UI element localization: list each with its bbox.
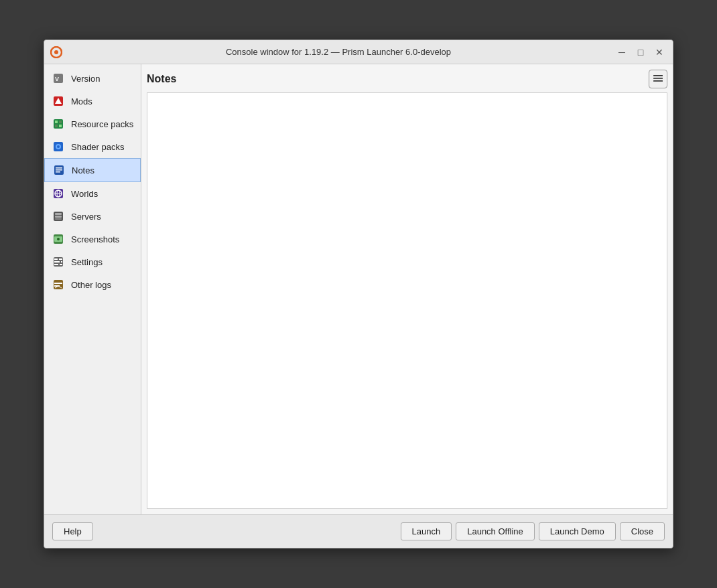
window-controls: ─ □ ✕ [614, 46, 667, 59]
svg-rect-34 [61, 261, 62, 263]
settings-icon [51, 254, 66, 269]
mods-icon [51, 94, 66, 108]
footer: Help Launch Launch Offline Launch Demo C… [44, 514, 673, 548]
svg-text:V: V [55, 76, 59, 82]
sidebar-label-servers: Servers [71, 212, 101, 222]
launch-button[interactable]: Launch [401, 522, 452, 540]
sidebar-item-other-logs[interactable]: Other logs [44, 273, 141, 296]
sidebar: VVersionModsResource packsShader packsNo… [44, 64, 141, 514]
window-title: Console window for 1.19.2 — Prism Launch… [63, 47, 614, 57]
svg-rect-15 [56, 167, 62, 169]
sidebar-item-screenshots[interactable]: Screenshots [44, 228, 141, 250]
sidebar-label-other-logs: Other logs [71, 280, 111, 290]
sidebar-item-version[interactable]: VVersion [44, 67, 141, 90]
svg-rect-10 [59, 125, 62, 127]
sidebar-label-resource-packs: Resource packs [71, 119, 133, 129]
worlds-icon [51, 186, 66, 201]
edit-icon [653, 74, 663, 85]
edit-notes-button[interactable] [649, 70, 667, 88]
sidebar-item-notes[interactable]: Notes [44, 158, 141, 182]
close-button[interactable]: Close [620, 522, 665, 540]
svg-rect-32 [54, 264, 58, 265]
svg-rect-16 [56, 169, 62, 171]
titlebar: Console window for 1.19.2 — Prism Launch… [44, 40, 673, 64]
svg-rect-40 [653, 78, 663, 79]
svg-rect-9 [55, 125, 58, 127]
sidebar-label-settings: Settings [71, 257, 103, 267]
servers-icon [51, 209, 66, 224]
main-content: VVersionModsResource packsShader packsNo… [44, 64, 673, 514]
svg-rect-24 [55, 216, 62, 218]
launch-offline-button[interactable]: Launch Offline [456, 522, 535, 540]
svg-point-1 [54, 50, 58, 54]
svg-rect-33 [59, 259, 62, 260]
notes-textarea[interactable] [147, 93, 667, 508]
svg-rect-25 [55, 218, 62, 220]
footer-right: Launch Launch Offline Launch Demo Close [401, 522, 665, 540]
notes-icon [52, 163, 66, 177]
shader-packs-icon [51, 139, 66, 154]
sidebar-item-resource-packs[interactable]: Resource packs [44, 113, 141, 135]
resource-packs-icon [51, 117, 66, 131]
sidebar-item-shader-packs[interactable]: Shader packs [44, 135, 141, 158]
screenshots-icon [51, 232, 66, 246]
maximize-button[interactable]: □ [633, 46, 649, 59]
sidebar-item-worlds[interactable]: Worlds [44, 182, 141, 205]
svg-rect-39 [653, 75, 663, 76]
panel-title: Notes [147, 73, 176, 85]
svg-rect-8 [59, 121, 62, 123]
svg-rect-37 [54, 283, 62, 284]
right-panel: Notes [141, 64, 673, 514]
other-logs-icon [51, 277, 66, 292]
sidebar-label-notes: Notes [72, 165, 94, 175]
version-icon: V [51, 71, 66, 86]
notes-area [147, 92, 667, 509]
svg-rect-7 [55, 121, 58, 123]
main-window: Console window for 1.19.2 — Prism Launch… [44, 40, 673, 548]
svg-rect-31 [54, 261, 60, 263]
sidebar-label-shader-packs: Shader packs [71, 142, 125, 152]
panel-header: Notes [147, 70, 667, 88]
sidebar-item-mods[interactable]: Mods [44, 90, 141, 113]
close-window-button[interactable]: ✕ [651, 46, 667, 59]
sidebar-label-version: Version [71, 74, 100, 84]
svg-point-28 [57, 238, 60, 240]
svg-rect-41 [653, 80, 663, 82]
svg-rect-35 [60, 264, 62, 265]
help-button[interactable]: Help [52, 522, 93, 540]
svg-rect-17 [56, 171, 60, 173]
app-logo [50, 46, 63, 59]
svg-rect-23 [55, 213, 62, 215]
sidebar-item-settings[interactable]: Settings [44, 250, 141, 273]
sidebar-label-screenshots: Screenshots [71, 234, 119, 244]
minimize-button[interactable]: ─ [614, 46, 630, 59]
sidebar-label-mods: Mods [71, 96, 92, 106]
svg-rect-30 [54, 259, 58, 260]
svg-point-13 [57, 145, 60, 148]
footer-left: Help [52, 522, 93, 540]
sidebar-item-servers[interactable]: Servers [44, 205, 141, 228]
launch-demo-button[interactable]: Launch Demo [539, 522, 616, 540]
sidebar-label-worlds: Worlds [71, 189, 98, 199]
